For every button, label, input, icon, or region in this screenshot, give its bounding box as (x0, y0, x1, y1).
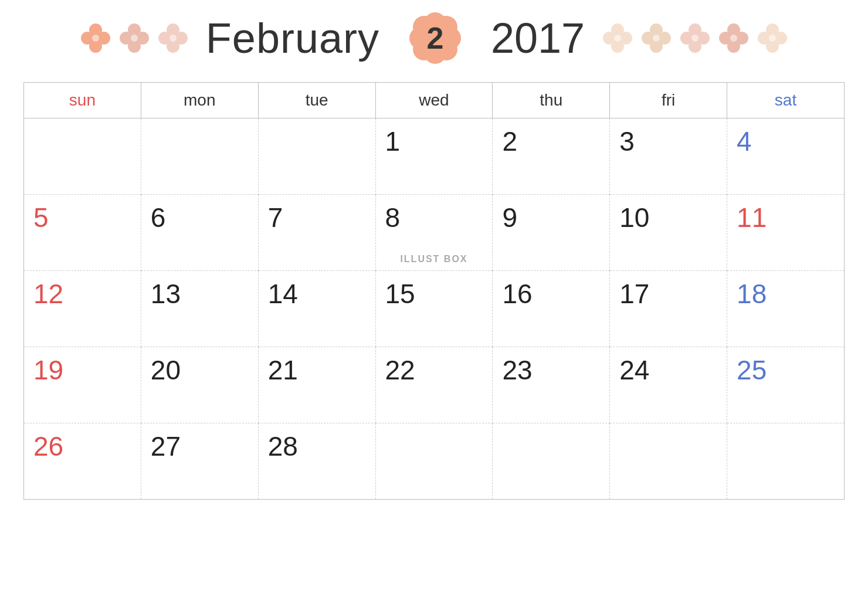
day-20: 20 (141, 347, 258, 423)
day-22: 22 (375, 347, 493, 423)
calendar-container: February 2 2017 (0, 0, 868, 614)
day-8: 8 ILLUST BOX (375, 195, 493, 271)
right-flowers (602, 23, 788, 53)
day-1: 1 (375, 118, 493, 195)
month-title: February (206, 14, 379, 62)
day-7: 7 (258, 195, 375, 271)
watermark: ILLUST BOX (400, 254, 467, 264)
week-row-1: 1 2 3 4 (24, 118, 845, 195)
week-row-4: 19 20 21 22 23 24 25 (24, 347, 845, 423)
day-15: 15 (375, 271, 493, 347)
week-row-5: 26 27 28 (24, 423, 845, 500)
flower-right-4 (718, 23, 749, 53)
day-5: 5 (24, 195, 141, 271)
svg-point-11 (131, 35, 138, 42)
svg-point-38 (653, 35, 660, 42)
day-2: 2 (493, 118, 610, 195)
left-flowers (80, 23, 188, 53)
svg-point-32 (614, 35, 621, 42)
day-10: 10 (610, 195, 727, 271)
day-empty (141, 118, 258, 195)
day-6: 6 (141, 195, 258, 271)
day-16: 16 (493, 271, 610, 347)
day-14: 14 (258, 271, 375, 347)
flower-right-2 (641, 23, 672, 53)
day-11: 11 (727, 195, 845, 271)
day-23: 23 (493, 347, 610, 423)
svg-point-44 (691, 35, 699, 42)
day-empty (727, 423, 845, 500)
calendar-table: sun mon tue wed thu fri sat 1 2 3 4 (23, 82, 845, 500)
days-header-row: sun mon tue wed thu fri sat (24, 83, 845, 118)
day-empty (258, 118, 375, 195)
day-4: 4 (727, 118, 845, 195)
day-empty (24, 118, 141, 195)
header-sat: sat (727, 83, 845, 118)
header-wed: wed (375, 83, 493, 118)
month-badge: 2 (409, 12, 462, 65)
day-13: 13 (141, 271, 258, 347)
header-fri: fri (610, 83, 727, 118)
flower-left-3 (158, 23, 188, 53)
svg-point-56 (769, 35, 776, 42)
day-21: 21 (258, 347, 375, 423)
week-row-3: 12 13 14 15 16 17 18 (24, 271, 845, 347)
day-28: 28 (258, 423, 375, 500)
calendar-header: February 2 2017 (23, 12, 845, 65)
header-sun: sun (24, 83, 141, 118)
day-empty (493, 423, 610, 500)
year-title: 2017 (491, 14, 585, 62)
flower-right-3 (680, 23, 710, 53)
flower-left-2 (119, 23, 150, 53)
week-row-2: 5 6 7 8 ILLUST BOX 9 10 11 (24, 195, 845, 271)
badge-number: 2 (427, 21, 444, 56)
day-26: 26 (24, 423, 141, 500)
day-27: 27 (141, 423, 258, 500)
flower-right-5 (757, 23, 788, 53)
day-3: 3 (610, 118, 727, 195)
svg-point-17 (169, 35, 177, 42)
day-empty (610, 423, 727, 500)
svg-point-5 (92, 35, 99, 42)
header-thu: thu (493, 83, 610, 118)
day-12: 12 (24, 271, 141, 347)
day-19: 19 (24, 347, 141, 423)
day-24: 24 (610, 347, 727, 423)
header-tue: tue (258, 83, 375, 118)
day-9: 9 (493, 195, 610, 271)
header-mon: mon (141, 83, 258, 118)
flower-right-1 (602, 23, 633, 53)
day-18: 18 (727, 271, 845, 347)
day-17: 17 (610, 271, 727, 347)
day-empty (375, 423, 493, 500)
day-25: 25 (727, 347, 845, 423)
flower-left-1 (80, 23, 111, 53)
svg-point-50 (730, 35, 737, 42)
